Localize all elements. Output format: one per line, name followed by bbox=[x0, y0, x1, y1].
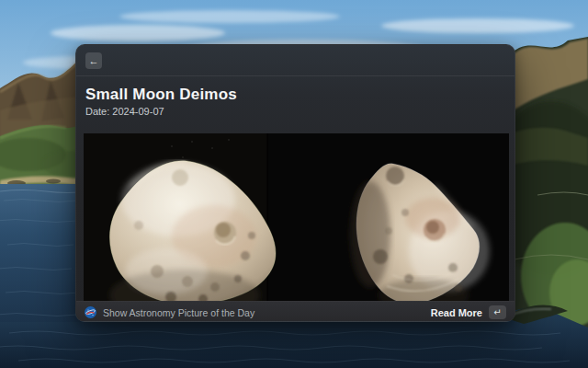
date-label: Date: 2024-09-07 bbox=[85, 106, 164, 117]
read-more-button[interactable]: Read More bbox=[431, 307, 482, 318]
return-key-icon[interactable]: ↵ bbox=[489, 305, 506, 319]
apod-image bbox=[84, 133, 509, 301]
back-arrow-icon: ← bbox=[89, 55, 99, 66]
page-title: Small Moon Deimos bbox=[85, 86, 237, 104]
footer-bar: Show Astronomy Picture of the Day Read M… bbox=[76, 301, 514, 322]
back-button[interactable]: ← bbox=[85, 52, 102, 69]
footer-hint: Show Astronomy Picture of the Day bbox=[103, 307, 424, 318]
apod-window: ← Small Moon Deimos Date: 2024-09-07 bbox=[75, 44, 515, 322]
nasa-icon bbox=[85, 306, 96, 318]
panel-header: ← bbox=[76, 45, 514, 76]
